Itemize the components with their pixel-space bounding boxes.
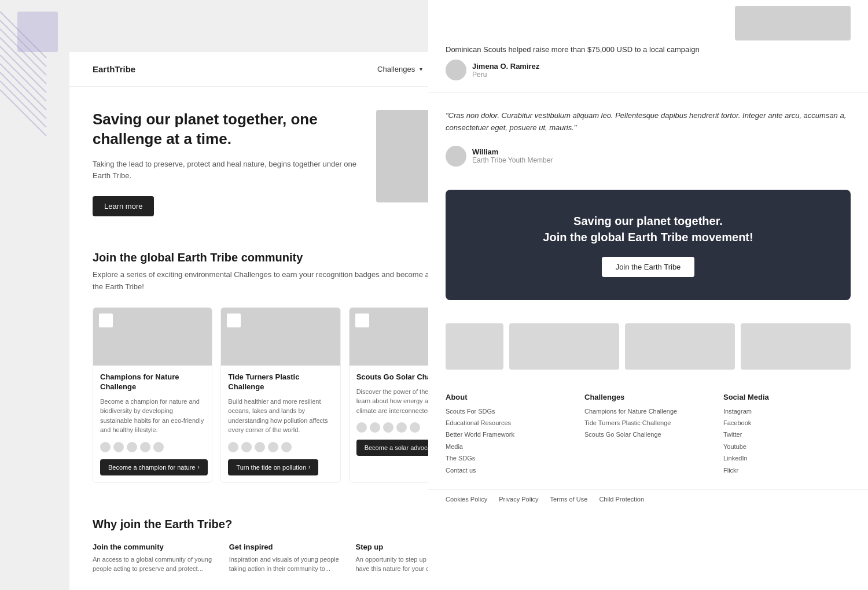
footer: About Scouts For SDGs Educational Resour… bbox=[428, 381, 868, 489]
card-tide-turners: Tide Turners Plastic Challenge Build hea… bbox=[220, 307, 340, 483]
svg-line-10 bbox=[0, 90, 46, 136]
thumbnail-row bbox=[428, 312, 868, 381]
avatar-jimena bbox=[446, 60, 466, 80]
footer-link-linkedin[interactable]: LinkedIn bbox=[723, 454, 851, 463]
card-tide-cta[interactable]: Turn the tide on pollution › bbox=[228, 459, 318, 475]
why-grid: Join the community An access to a global… bbox=[93, 543, 469, 574]
learn-more-button[interactable]: Learn more bbox=[93, 196, 154, 216]
footer-link-facebook[interactable]: Facebook bbox=[723, 419, 851, 427]
svg-line-7 bbox=[0, 64, 46, 110]
testimonial-main: "Cras non dolor. Curabitur vestibulum al… bbox=[428, 93, 868, 178]
why-title: Why join the Earth Tribe? bbox=[93, 518, 469, 531]
why-community-text: An access to a global community of young… bbox=[93, 555, 218, 574]
reviewer-top-country: Peru bbox=[472, 71, 539, 79]
community-description: Explore a series of exciting environment… bbox=[93, 269, 469, 293]
footer-link-twitter[interactable]: Twitter bbox=[723, 430, 851, 439]
svg-rect-0 bbox=[17, 12, 58, 52]
footer-social-heading: Social Media bbox=[723, 393, 851, 401]
testimonial-quote: "Cras non dolor. Curabitur vestibulum al… bbox=[446, 110, 851, 134]
footer-bottom-bar: Cookies Policy Privacy Policy Terms of U… bbox=[428, 489, 868, 508]
thumb-item-1 bbox=[446, 323, 503, 370]
dot bbox=[383, 422, 393, 433]
thumb-item-3 bbox=[625, 323, 735, 370]
challenges-label: Challenges bbox=[377, 65, 415, 73]
card-champions: Champions for Nature Challenge Become a … bbox=[93, 307, 212, 483]
why-community-heading: Join the community bbox=[93, 543, 218, 551]
footer-privacy[interactable]: Privacy Policy bbox=[499, 496, 538, 503]
dot bbox=[356, 422, 367, 433]
footer-about-heading: About bbox=[446, 393, 573, 401]
avatar-william bbox=[446, 146, 466, 167]
footer-link-tide-turners[interactable]: Tide Turners Plastic Challenge bbox=[584, 419, 712, 427]
card-tide-title: Tide Turners Plastic Challenge bbox=[228, 373, 333, 392]
cta-title: Saving our planet together. Join the glo… bbox=[463, 213, 833, 245]
svg-line-5 bbox=[0, 46, 46, 93]
card-tide-desc: Build healthier and more resilient ocean… bbox=[228, 397, 333, 435]
hero-title: Saving our planet together, one challeng… bbox=[93, 110, 365, 149]
hero-description: Taking the lead to preserve, protect and… bbox=[93, 158, 365, 183]
why-inspired-heading: Get inspired bbox=[229, 543, 344, 551]
footer-link-educational[interactable]: Educational Resources bbox=[446, 419, 573, 427]
footer-link-sdgs[interactable]: The SDGs bbox=[446, 454, 573, 463]
footer-challenges-heading: Challenges bbox=[584, 393, 712, 401]
card-champions-cta[interactable]: Become a champion for nature › bbox=[100, 459, 208, 475]
svg-line-9 bbox=[0, 81, 46, 127]
footer-link-media[interactable]: Media bbox=[446, 443, 573, 451]
page-wrapper: EarthTribe Challenges ▾ Join Saving our … bbox=[0, 0, 868, 590]
footer-child[interactable]: Child Protection bbox=[599, 496, 644, 503]
dot bbox=[255, 442, 265, 452]
card-champions-image bbox=[93, 308, 212, 366]
footer-link-champions[interactable]: Champions for Nature Challenge bbox=[584, 407, 712, 416]
svg-line-6 bbox=[0, 55, 46, 101]
site-logo: EarthTribe bbox=[93, 64, 135, 74]
right-panel: Dominican Scouts helped raise more than … bbox=[428, 0, 868, 590]
left-decoration bbox=[0, 0, 69, 174]
footer-link-scouts-sdgs[interactable]: Scouts For SDGs bbox=[446, 407, 573, 416]
why-item-community: Join the community An access to a global… bbox=[93, 543, 218, 574]
dot bbox=[228, 442, 238, 452]
arrow-icon: › bbox=[197, 464, 199, 470]
dot bbox=[113, 442, 124, 452]
card-champions-dots bbox=[100, 442, 205, 452]
card-champions-desc: Become a champion for nature and biodive… bbox=[100, 397, 205, 435]
dot bbox=[396, 422, 407, 433]
footer-terms[interactable]: Terms of Use bbox=[550, 496, 588, 503]
reviewer-top-name: Jimena O. Ramirez bbox=[472, 62, 539, 71]
thumb-item-2 bbox=[509, 323, 619, 370]
join-earth-tribe-button[interactable]: Join the Earth Tribe bbox=[602, 257, 695, 277]
footer-link-flickr[interactable]: Flickr bbox=[723, 466, 851, 475]
card-tide-body: Tide Turners Plastic Challenge Build hea… bbox=[221, 366, 340, 482]
dot bbox=[100, 442, 111, 452]
footer-link-youtube[interactable]: Youtube bbox=[723, 443, 851, 451]
reviewer-main-name: William bbox=[472, 148, 553, 156]
footer-link-contact[interactable]: Contact us bbox=[446, 466, 573, 475]
card-champions-icon bbox=[99, 314, 113, 327]
testimonial-top: Dominican Scouts helped raise more than … bbox=[428, 0, 868, 93]
testimonial-top-text: Dominican Scouts helped raise more than … bbox=[446, 45, 851, 54]
footer-cookies[interactable]: Cookies Policy bbox=[446, 496, 487, 503]
why-inspired-text: Inspiration and visuals of young people … bbox=[229, 555, 344, 574]
community-title: Join the global Earth Tribe community bbox=[93, 251, 469, 264]
thumb-item-4 bbox=[741, 323, 851, 370]
reviewer-main: William Earth Tribe Youth Member bbox=[446, 146, 851, 167]
footer-link-better-world[interactable]: Better World Framework bbox=[446, 430, 573, 439]
reviewer-main-info: William Earth Tribe Youth Member bbox=[472, 148, 553, 164]
card-champions-title: Champions for Nature Challenge bbox=[100, 373, 205, 392]
dot bbox=[370, 422, 380, 433]
challenges-menu[interactable]: Challenges ▾ bbox=[377, 65, 422, 73]
card-tide-dots bbox=[228, 442, 333, 452]
card-champions-body: Champions for Nature Challenge Become a … bbox=[93, 366, 212, 482]
dot bbox=[153, 442, 164, 452]
reviewer-top-info: Jimena O. Ramirez Peru bbox=[472, 62, 539, 79]
dot bbox=[268, 442, 278, 452]
footer-social: Social Media Instagram Facebook Twitter … bbox=[723, 393, 851, 478]
reviewer-top: Jimena O. Ramirez Peru bbox=[446, 60, 851, 80]
footer-link-solar[interactable]: Scouts Go Solar Challenge bbox=[584, 430, 712, 439]
footer-challenges: Challenges Champions for Nature Challeng… bbox=[584, 393, 712, 478]
cta-dark-section: Saving our planet together. Join the glo… bbox=[446, 190, 851, 300]
footer-link-instagram[interactable]: Instagram bbox=[723, 407, 851, 416]
footer-about: About Scouts For SDGs Educational Resour… bbox=[446, 393, 573, 478]
svg-line-8 bbox=[0, 72, 46, 119]
dot bbox=[241, 442, 252, 452]
challenge-cards: Champions for Nature Challenge Become a … bbox=[93, 307, 469, 483]
